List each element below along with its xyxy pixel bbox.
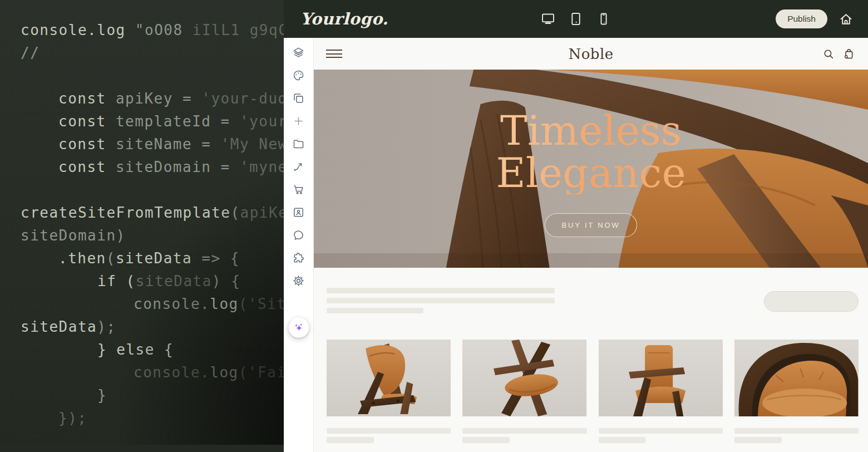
button-placeholder[interactable] xyxy=(764,291,859,312)
hamburger-icon xyxy=(326,50,342,51)
tool-flow-button[interactable] xyxy=(292,160,305,173)
device-preview-toggles xyxy=(541,12,611,26)
code-lines: console.log "oO08 iIlL1 g9qC// const api… xyxy=(0,19,284,430)
placeholder-bar xyxy=(327,288,555,293)
placeholder-bar xyxy=(599,437,646,443)
comments-icon xyxy=(292,229,305,242)
editor-logo[interactable]: Yourlogo. xyxy=(300,9,388,28)
builder-toolbar xyxy=(284,38,313,452)
code-line: .then(siteData => { xyxy=(21,247,284,270)
tool-contact-button[interactable] xyxy=(292,205,305,219)
placeholder-bar xyxy=(327,428,451,434)
ai-assistant-button[interactable] xyxy=(288,317,309,338)
home-icon xyxy=(839,12,854,27)
code-background-panel: console.log "oO08 iIlL1 g9qC// const api… xyxy=(0,0,284,452)
code-line: console.log "oO08 iIlL1 g9qC xyxy=(21,19,284,42)
buy-it-now-button[interactable]: BUY IT NOW xyxy=(545,213,638,237)
tool-comments-button[interactable] xyxy=(292,228,305,242)
site-preview: Noble xyxy=(313,38,868,452)
pages-icon xyxy=(292,92,305,105)
tool-settings-button[interactable] xyxy=(292,274,305,287)
placeholder-bar xyxy=(734,437,782,443)
text-placeholder-block xyxy=(327,288,555,313)
hero-title: TimelessElegance xyxy=(314,110,868,194)
placeholder-bar xyxy=(327,308,423,313)
code-line: }); xyxy=(21,407,284,430)
site-search-button[interactable] xyxy=(822,48,835,60)
desktop-icon xyxy=(541,12,555,26)
product-image xyxy=(327,340,451,416)
tool-cart-button[interactable] xyxy=(292,183,305,196)
publish-button[interactable]: Publish xyxy=(776,9,827,28)
code-line: console.log('Site xyxy=(21,293,284,316)
folder-icon xyxy=(292,137,305,150)
builder-topbar: Yourlogo. Publish xyxy=(284,0,868,38)
site-header-icons xyxy=(822,48,855,60)
code-line: const apiKey = 'your-duda xyxy=(21,87,284,110)
tablet-icon xyxy=(569,12,583,26)
code-line: const templateId = 'your-temp xyxy=(21,110,284,133)
code-line xyxy=(21,179,284,202)
product-image xyxy=(734,340,859,416)
placeholder-bar xyxy=(327,437,374,443)
contact-icon xyxy=(292,206,305,219)
placeholder-bar xyxy=(327,298,555,303)
palette-icon xyxy=(292,69,305,82)
placeholder-bar xyxy=(462,437,510,443)
builder-toolbar-tools xyxy=(284,38,313,287)
product-card[interactable] xyxy=(734,340,859,443)
mobile-preview-button[interactable] xyxy=(596,12,611,26)
hero-text-block: TimelessElegance BUY IT NOW xyxy=(314,110,868,237)
bag-add-icon xyxy=(842,48,855,60)
settings-icon xyxy=(292,274,305,287)
code-line: if (siteData) { xyxy=(21,270,284,293)
tablet-preview-button[interactable] xyxy=(569,12,583,26)
add-icon xyxy=(292,115,305,127)
code-line: } xyxy=(21,384,284,407)
layers-icon xyxy=(292,46,305,59)
site-body-section xyxy=(314,268,868,443)
tool-palette-button[interactable] xyxy=(292,68,305,82)
tool-add-button[interactable] xyxy=(292,114,305,127)
ai-sparkles-icon xyxy=(292,321,305,335)
site-cart-button[interactable] xyxy=(842,48,855,60)
code-line: } else { xyxy=(21,338,284,361)
topbar-right-actions: Publish xyxy=(776,9,854,28)
apps-icon xyxy=(292,252,305,264)
flow-icon xyxy=(292,160,305,173)
code-line xyxy=(21,65,284,87)
code-line: const siteDomain = 'mynewsite xyxy=(21,156,284,179)
cart-icon xyxy=(292,183,305,196)
tool-folder-button[interactable] xyxy=(292,137,305,150)
code-line: siteDomain) xyxy=(21,224,284,247)
site-header: Noble xyxy=(314,38,868,70)
home-button[interactable] xyxy=(839,12,854,27)
product-card[interactable] xyxy=(599,340,723,443)
product-card[interactable] xyxy=(327,340,451,443)
tool-pages-button[interactable] xyxy=(292,91,305,105)
placeholder-bar xyxy=(462,428,586,434)
placeholder-bar xyxy=(734,428,859,434)
mobile-icon xyxy=(596,12,611,26)
code-line: console.log('Fail xyxy=(21,361,284,384)
hero-section: TimelessElegance BUY IT NOW xyxy=(314,70,868,268)
tool-layers-button[interactable] xyxy=(292,46,305,59)
desktop-preview-button[interactable] xyxy=(541,12,555,26)
search-icon xyxy=(822,48,835,60)
hamburger-menu-button[interactable] xyxy=(326,50,342,58)
product-card[interactable] xyxy=(462,340,586,443)
code-line: const siteName = 'My New Si xyxy=(21,133,284,156)
code-line: siteData); xyxy=(21,316,284,338)
placeholder-bar xyxy=(599,428,723,434)
code-footer-strip xyxy=(0,445,284,452)
tool-apps-button[interactable] xyxy=(292,251,305,264)
lead-row xyxy=(327,288,859,313)
product-image xyxy=(462,340,586,416)
code-line: createSiteFromTemplate(apiKey, xyxy=(21,202,284,224)
product-grid xyxy=(327,340,859,443)
site-brand-logo[interactable]: Noble xyxy=(568,46,613,62)
product-image xyxy=(599,340,723,416)
app-window: console.log "oO08 iIlL1 g9qC// const api… xyxy=(0,0,868,452)
code-line: // xyxy=(21,42,284,65)
